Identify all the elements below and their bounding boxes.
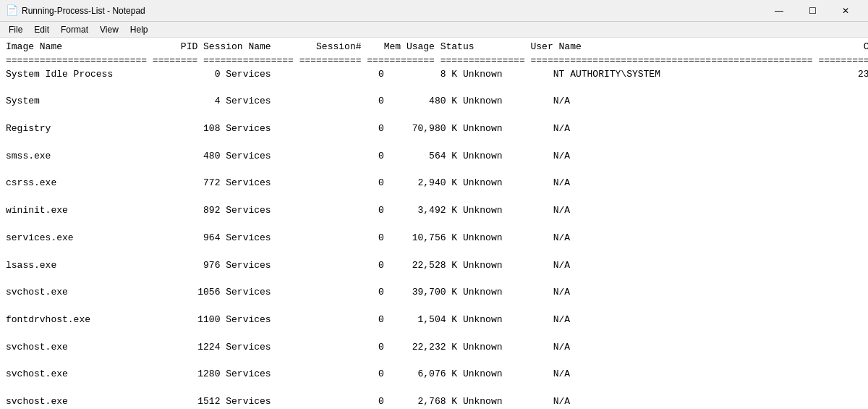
maximize-button[interactable]: ☐ [796,0,829,22]
menu-help[interactable]: Help [124,22,154,37]
window-title: Running-Process-List - Notepad [22,6,762,16]
minimize-button[interactable]: — [762,0,796,22]
menu-file[interactable]: File [3,22,28,37]
app-icon: 📄 [6,5,17,17]
menu-edit[interactable]: Edit [28,22,55,37]
menu-format[interactable]: Format [55,22,94,37]
window-controls: — ☐ ✕ [762,0,862,22]
title-bar: 📄 Running-Process-List - Notepad — ☐ ✕ [0,0,868,22]
close-button[interactable]: ✕ [829,0,862,22]
text-content[interactable]: Image Name PID Session Name Session# Mem… [0,38,868,409]
menu-bar: File Edit Format View Help [0,22,868,38]
menu-view[interactable]: View [94,22,124,37]
